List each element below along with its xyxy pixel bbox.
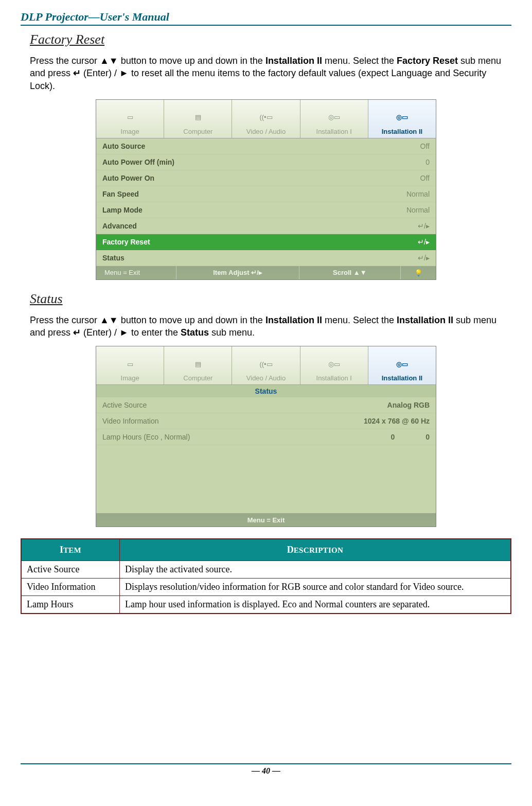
col-head-description: DESCRIPTION	[120, 539, 511, 561]
text: Press the cursor ▲▼ button to move up an…	[30, 56, 265, 66]
row-value-normal: 0	[425, 433, 430, 441]
osd-footer: Menu = Exit	[96, 513, 436, 527]
footer-item-adjust: Item Adjust ↵/▸	[176, 266, 299, 279]
osd-tabs: ▭Image ▤Computer ((•▭Video / Audio ◎▭Ins…	[96, 100, 436, 138]
tab-computer[interactable]: ▤Computer	[164, 100, 232, 138]
row-label: Advanced	[102, 222, 418, 230]
footer-menu-exit: Menu = Exit	[96, 266, 176, 279]
section-title-status: Status	[30, 291, 511, 307]
table-row: Active Source Display the activated sour…	[21, 561, 511, 579]
osd-blank-area	[96, 445, 436, 513]
th-rest: TEM	[63, 546, 81, 554]
row-value: Off	[420, 142, 430, 150]
tab-label: Installation II	[382, 128, 422, 135]
row-label: Lamp Mode	[102, 206, 406, 214]
row-auto-power-on[interactable]: Auto Power OnOff	[96, 170, 436, 186]
status-description-table: ITEM DESCRIPTION Active Source Display t…	[21, 538, 511, 614]
col-head-item: ITEM	[21, 539, 120, 561]
tab-computer[interactable]: ▤Computer	[164, 346, 232, 384]
row-label: Auto Source	[102, 142, 420, 150]
tab-label: Computer	[183, 128, 212, 135]
th-rest: ESCRIPTION	[294, 546, 343, 554]
cell-desc: Lamp hour used information is displayed.…	[120, 596, 511, 614]
factory-reset-paragraph: Press the cursor ▲▼ button to move up an…	[30, 55, 511, 92]
row-label: Fan Speed	[102, 190, 406, 198]
tab-image[interactable]: ▭Image	[96, 346, 164, 384]
tab-label: Computer	[183, 374, 212, 382]
cell-desc: Displays resolution/video information fo…	[120, 579, 511, 596]
text: menu. Select the	[322, 56, 397, 66]
osd-rows: Auto SourceOff Auto Power Off (min)0 Aut…	[96, 138, 436, 266]
projector-icon: ◎▭	[325, 110, 343, 125]
row-value: Analog RGB	[387, 401, 430, 409]
row-advanced[interactable]: Advanced↵/▸	[96, 218, 436, 234]
enter-arrow-icon: ↵/▸	[418, 222, 430, 230]
row-active-source: Active SourceAnalog RGB	[96, 397, 436, 413]
osd-sub-title: Status	[96, 385, 436, 397]
text: menu. Select the	[322, 315, 397, 325]
text: (Enter) / ► to reset all the menu items …	[30, 68, 486, 91]
row-label: Auto Power On	[102, 174, 420, 182]
text: (Enter) / ► to enter the	[81, 327, 181, 338]
text: Press the cursor ▲▼ button to move up an…	[30, 315, 265, 325]
row-lamp-hours: Lamp Hours (Eco , Normal)00	[96, 429, 436, 445]
tab-installation-i[interactable]: ◎▭Installation I	[300, 100, 368, 138]
enter-icon: ↵	[73, 327, 81, 338]
row-value: Normal	[406, 206, 430, 214]
th-cap: D	[287, 545, 294, 555]
bold-installation-ii: Installation II	[265, 56, 322, 66]
tab-installation-ii[interactable]: ◎▭Installation II	[368, 346, 436, 384]
row-status[interactable]: Status↵/▸	[96, 250, 436, 266]
table-row: Video Information Displays resolution/vi…	[21, 579, 511, 596]
cell-item: Video Information	[21, 579, 120, 596]
enter-arrow-icon: ↵/▸	[418, 238, 430, 246]
tab-installation-i[interactable]: ◎▭Installation I	[300, 346, 368, 384]
tab-label: Installation II	[382, 374, 422, 382]
projector-icon: ◎▭	[325, 357, 343, 371]
row-value-eco: 0	[391, 433, 395, 441]
projector2-icon: ◎▭	[393, 357, 411, 371]
cell-desc: Display the activated source.	[120, 561, 511, 579]
speaker-icon: ((•▭	[257, 357, 275, 371]
bold-status: Status	[181, 327, 209, 338]
row-video-information: Video Information1024 x 768 @ 60 Hz	[96, 413, 436, 429]
row-lamp-mode[interactable]: Lamp ModeNormal	[96, 202, 436, 218]
row-value: Off	[420, 174, 430, 182]
row-auto-source[interactable]: Auto SourceOff	[96, 138, 436, 154]
tab-video-audio[interactable]: ((•▭Video / Audio	[232, 100, 300, 138]
row-label: Active Source	[102, 401, 387, 409]
monitor-icon: ▭	[121, 357, 139, 371]
laptop-icon: ▤	[189, 110, 207, 125]
laptop-icon: ▤	[189, 357, 207, 371]
enter-arrow-icon: ↵/▸	[418, 254, 430, 262]
row-label: Video Information	[102, 417, 364, 425]
tab-image[interactable]: ▭Image	[96, 100, 164, 138]
projector2-icon: ◎▭	[393, 110, 411, 125]
tab-label: Video / Audio	[246, 128, 286, 135]
doc-header: DLP Projector—User's Manual	[21, 10, 511, 26]
footer-scroll: Scroll ▲▼	[299, 266, 401, 279]
tab-installation-ii[interactable]: ◎▭Installation II	[368, 100, 436, 138]
osd-menu-factory-reset: ▭Image ▤Computer ((•▭Video / Audio ◎▭Ins…	[96, 99, 436, 280]
row-factory-reset[interactable]: Factory Reset↵/▸	[96, 234, 436, 250]
bold-factory-reset: Factory Reset	[397, 56, 458, 66]
row-value: 1024 x 768 @ 60 Hz	[364, 417, 430, 425]
row-auto-power-off[interactable]: Auto Power Off (min)0	[96, 154, 436, 170]
enter-icon: ↵	[73, 68, 81, 78]
speaker-icon: ((•▭	[257, 110, 275, 125]
tab-label: Image	[121, 374, 139, 382]
tab-label: Image	[121, 128, 139, 135]
lamp-icon: 💡	[401, 266, 436, 279]
bold-installation-ii: Installation II	[265, 315, 322, 325]
row-value: 0	[425, 158, 430, 166]
cell-item: Active Source	[21, 561, 120, 579]
table-row: Lamp Hours Lamp hour used information is…	[21, 596, 511, 614]
osd-menu-status: ▭Image ▤Computer ((•▭Video / Audio ◎▭Ins…	[96, 346, 436, 527]
osd-status-rows: Active SourceAnalog RGB Video Informatio…	[96, 397, 436, 445]
row-label: Lamp Hours (Eco , Normal)	[102, 433, 391, 441]
cell-item: Lamp Hours	[21, 596, 120, 614]
section-title-factory-reset: Factory Reset	[30, 32, 511, 47]
monitor-icon: ▭	[121, 110, 139, 125]
row-fan-speed[interactable]: Fan SpeedNormal	[96, 186, 436, 202]
tab-video-audio[interactable]: ((•▭Video / Audio	[232, 346, 300, 384]
